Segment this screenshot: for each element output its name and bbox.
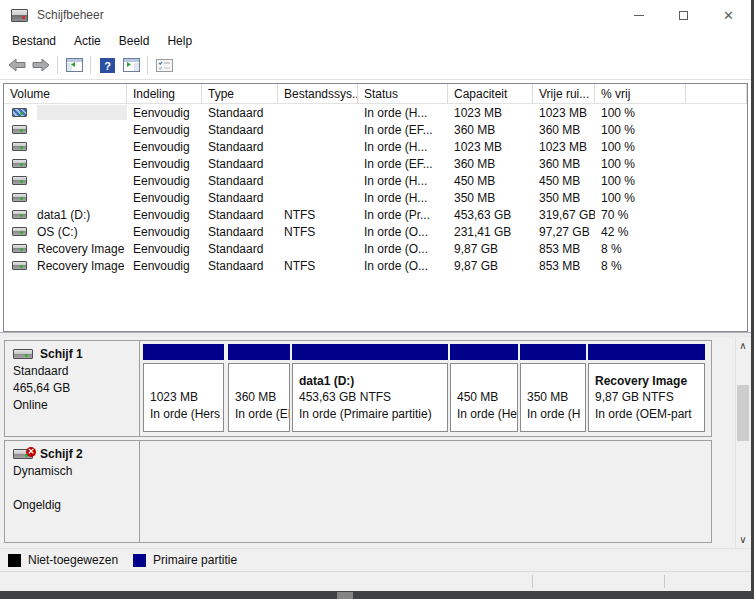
scroll-down-button[interactable]: ∨ (736, 531, 750, 548)
menu-item-bestand[interactable]: Bestand (3, 32, 65, 50)
disk-label[interactable]: Schijf 1Standaard465,64 GBOnline (5, 341, 140, 436)
volume-name-cell (4, 122, 127, 137)
cell-layout: Eenvoudig (127, 225, 202, 239)
volume-drive-icon (12, 108, 27, 117)
partition-block[interactable]: 350 MBIn orde (H (520, 344, 586, 432)
disk-status: Online (13, 397, 135, 414)
disk-label[interactable]: ✕Schijf 2Dynamisch Ongeldig (5, 441, 140, 542)
cell-fs: NTFS (278, 225, 358, 239)
partition-block[interactable]: Recovery Image9,87 GB NTFSIn orde (OEM-p… (588, 344, 705, 432)
column-header-filler (686, 84, 747, 104)
cell-pct_free: 100 % (595, 123, 686, 137)
back-button[interactable] (5, 54, 29, 76)
cell-pct_free: 8 % (595, 259, 686, 273)
volume-row[interactable]: EenvoudigStandaardIn orde (EF...360 MB36… (4, 155, 747, 172)
volume-name-cell: OS (C:) (4, 224, 127, 239)
volume-row[interactable]: Recovery Image (E:)EenvoudigStandaardIn … (4, 240, 747, 257)
cell-layout: Eenvoudig (127, 191, 202, 205)
close-button[interactable]: ✕ (706, 0, 751, 30)
partition-block[interactable]: 450 MBIn orde (He (450, 344, 518, 432)
volume-drive-icon (12, 176, 27, 185)
partition-line: In orde (H (527, 406, 585, 423)
volume-row[interactable]: OS (C:)EenvoudigStandaardNTFSIn orde (O.… (4, 223, 747, 240)
partition-block[interactable]: data1 (D:)453,63 GB NTFSIn orde (Primair… (292, 344, 448, 432)
cell-capacity: 1023 MB (448, 106, 533, 120)
disk-kind: Dynamisch (13, 463, 135, 480)
volume-name (37, 105, 127, 120)
disk-size: 465,64 GB (13, 380, 135, 397)
disk-rows: Schijf 1Standaard465,64 GBOnline1023 MBI… (0, 340, 751, 543)
help-button[interactable]: ? (95, 54, 119, 76)
volume-row[interactable]: Recovery Image (E:)EenvoudigStandaardNTF… (4, 257, 747, 274)
partition-title: data1 (D:) (299, 373, 447, 390)
minimize-button[interactable] (616, 0, 661, 30)
maximize-button[interactable] (661, 0, 706, 30)
window-title: Schijfbeheer (37, 8, 104, 22)
close-icon: ✕ (723, 9, 734, 22)
status-bar (0, 571, 751, 591)
svg-text:?: ? (104, 59, 111, 71)
volume-name-cell: data1 (D:) (4, 207, 127, 222)
cell-status: In orde (O... (358, 225, 448, 239)
column-header-1[interactable]: Indeling (127, 84, 202, 104)
volume-drive-icon (12, 125, 27, 134)
legend-label: Niet-toegewezen (28, 553, 118, 567)
cell-status: In orde (Pr... (358, 208, 448, 222)
status-bar-separator (664, 575, 665, 588)
disk-error-icon: ✕ (26, 447, 36, 457)
column-header-2[interactable]: Type (202, 84, 278, 104)
column-header-5[interactable]: Capaciteit (448, 84, 533, 104)
volume-name (37, 139, 127, 154)
title-bar: Schijfbeheer ✕ (0, 0, 751, 30)
minimize-icon (634, 15, 644, 16)
cell-capacity: 9,87 GB (448, 242, 533, 256)
volume-row[interactable]: EenvoudigStandaardIn orde (H...1023 MB10… (4, 138, 747, 155)
forward-button[interactable] (29, 54, 53, 76)
partition-color-strip (520, 344, 586, 360)
scrollbar-thumb[interactable] (737, 385, 749, 441)
volume-row[interactable]: EenvoudigStandaardIn orde (H...450 MB450… (4, 172, 747, 189)
column-header-4[interactable]: Status (358, 84, 448, 104)
show-console-tree-button[interactable] (62, 54, 86, 76)
volume-drive-icon (12, 261, 27, 270)
cell-type: Standaard (202, 225, 278, 239)
disk-row: Schijf 1Standaard465,64 GBOnline1023 MBI… (4, 340, 712, 437)
volume-row[interactable]: EenvoudigStandaardIn orde (EF...360 MB36… (4, 121, 747, 138)
cell-type: Standaard (202, 174, 278, 188)
toolbar-separator (57, 56, 58, 74)
column-header-0[interactable]: Volume (4, 84, 127, 104)
maximize-icon (679, 11, 688, 20)
properties-button[interactable] (152, 54, 176, 76)
menu-item-help[interactable]: Help (158, 32, 201, 50)
volume-row[interactable]: EenvoudigStandaardIn orde (H...1023 MB10… (4, 104, 747, 121)
show-action-pane-button[interactable] (119, 54, 143, 76)
partition-info: 1023 MBIn orde (Hers (143, 363, 224, 432)
cell-free: 853 MB (533, 242, 595, 256)
volume-row[interactable]: data1 (D:)EenvoudigStandaardNTFSIn orde … (4, 206, 747, 223)
forward-arrow-icon (32, 58, 50, 72)
cell-pct_free: 100 % (595, 157, 686, 171)
partition-block[interactable]: 360 MBIn orde (EF (228, 344, 290, 432)
column-header-6[interactable]: Vrije rui... (533, 84, 595, 104)
partition-color-strip (588, 344, 705, 360)
vertical-scrollbar[interactable]: ∧ ∨ (735, 337, 750, 548)
menu-item-actie[interactable]: Actie (65, 32, 110, 50)
volume-name: OS (C:) (37, 224, 127, 239)
disk-size (13, 480, 135, 497)
partition-block[interactable]: 1023 MBIn orde (Hers (143, 344, 224, 432)
column-header-3[interactable]: Bestandssys... (278, 84, 358, 104)
cell-free: 360 MB (533, 157, 595, 171)
disk-graph (140, 441, 711, 542)
disk-name: Schijf 2 (40, 447, 83, 461)
scroll-up-button[interactable]: ∧ (736, 337, 750, 354)
menu-item-beeld[interactable]: Beeld (110, 32, 159, 50)
cell-free: 853 MB (533, 259, 595, 273)
cell-type: Standaard (202, 259, 278, 273)
volume-row[interactable]: EenvoudigStandaardIn orde (H...350 MB350… (4, 189, 747, 206)
cell-status: In orde (EF... (358, 157, 448, 171)
volume-drive-icon (12, 227, 27, 236)
column-header-7[interactable]: % vrij (595, 84, 686, 104)
partition-title: Recovery Image (595, 373, 704, 390)
partition-line: 453,63 GB NTFS (299, 389, 447, 406)
cell-status: In orde (H... (358, 140, 448, 154)
